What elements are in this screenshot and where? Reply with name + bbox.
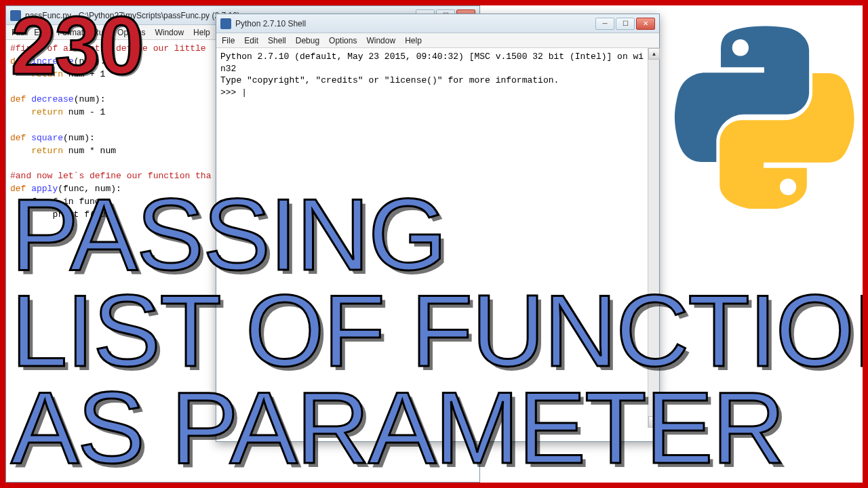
code-fn-name: decrease — [31, 94, 73, 104]
code-keyword: return — [10, 107, 63, 117]
close-button[interactable]: ✕ — [636, 18, 655, 30]
menu-help[interactable]: Help — [193, 28, 210, 37]
code-text: (num): — [74, 94, 106, 104]
menu-shell[interactable]: Shell — [268, 36, 286, 45]
menu-options[interactable]: Options — [329, 36, 357, 45]
python-logo-icon — [673, 26, 856, 209]
shell-menubar: File Edit Shell Debug Options Window Hel… — [216, 33, 659, 48]
code-keyword: return — [10, 146, 63, 156]
menu-window[interactable]: Window — [366, 36, 395, 45]
code-text: (num): — [63, 133, 95, 143]
menu-debug[interactable]: Debug — [296, 36, 319, 45]
episode-number: 230 — [11, 5, 142, 92]
code-keyword: def — [10, 94, 26, 104]
shell-title: Python 2.7.10 Shell — [235, 19, 591, 28]
title-line: AS PARAMETER — [11, 371, 784, 483]
window-buttons: ─ ☐ ✕ — [595, 18, 655, 30]
shell-titlebar[interactable]: Python 2.7.10 Shell ─ ☐ ✕ — [216, 14, 659, 33]
maximize-button[interactable]: ☐ — [616, 18, 635, 30]
shell-line: Python 2.7.10 (default, May 23 2015, 09:… — [220, 52, 644, 62]
menu-help[interactable]: Help — [405, 36, 422, 45]
menu-window[interactable]: Window — [155, 28, 184, 37]
thumbnail-frame: passFunc.py - C:\Python27\myScripts\pass… — [5, 5, 863, 483]
shell-line: Type "copyright", "credits" or "license(… — [220, 75, 559, 85]
shell-cursor: | — [241, 87, 247, 98]
code-keyword: def — [10, 133, 26, 143]
scroll-up-button[interactable]: ▲ — [648, 48, 660, 60]
menu-file[interactable]: File — [222, 36, 235, 45]
shell-output[interactable]: Python 2.7.10 (default, May 23 2015, 09:… — [216, 48, 659, 101]
minimize-button[interactable]: ─ — [595, 18, 614, 30]
code-fn-name: square — [31, 133, 63, 143]
code-text: num - 1 — [63, 107, 105, 117]
code-text: num * num — [63, 146, 116, 156]
app-icon — [220, 18, 231, 29]
shell-prompt: >>> — [220, 87, 241, 98]
menu-edit[interactable]: Edit — [244, 36, 258, 45]
shell-line: n32 — [220, 64, 236, 74]
title-overlay: PASSING LIST OF FUNCTIONS AS PARAMETER — [11, 186, 863, 476]
